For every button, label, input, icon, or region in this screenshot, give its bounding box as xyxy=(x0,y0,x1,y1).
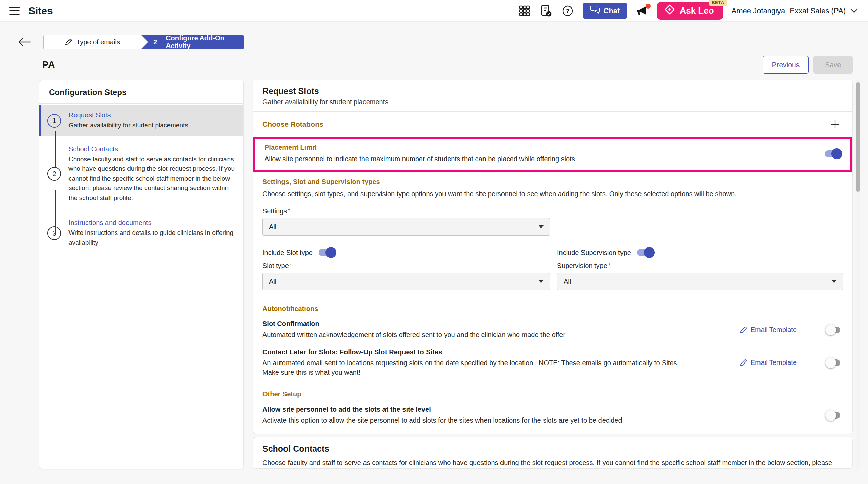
supervision-type-column: Include Supervision type Supervision typ… xyxy=(557,247,843,290)
hamburger-menu-icon[interactable] xyxy=(9,7,20,15)
autonotifications-title: Autonotifications xyxy=(262,305,843,313)
stepper-step-configure-addon[interactable]: 2 Configure Add-On Activity xyxy=(141,35,244,49)
step-connector-line xyxy=(55,131,56,168)
other-setup-item-title: Allow site personnel to add the slots at… xyxy=(262,406,622,413)
settings-field-label: Settings* xyxy=(262,207,843,215)
placement-limit-description: Allow site personnel to indicate the max… xyxy=(264,154,575,164)
main-column: Request Slots Gather availaibility for s… xyxy=(253,80,853,469)
sidebar-step-request-slots[interactable]: 1 Request Slots Gather availaibility for… xyxy=(39,105,243,136)
dropdown-caret-icon xyxy=(539,225,544,228)
account-name: Exxat Sales (PA) xyxy=(790,6,846,15)
request-slots-header: Request Slots Gather availaibility for s… xyxy=(253,86,852,112)
page-title: PA xyxy=(42,59,55,70)
sidebar-step-school-contacts[interactable]: 2 School Contacts Choose faculty and sta… xyxy=(39,136,243,209)
slot-type-dropdown-value: All xyxy=(269,278,276,285)
stepper-step1-label: Type of emails xyxy=(76,38,120,46)
required-asterisk: * xyxy=(288,207,290,213)
email-template-label: Email Template xyxy=(751,326,797,334)
step-description: Choose faculty and staff to serve as con… xyxy=(68,154,235,203)
placement-limit-toggle[interactable] xyxy=(825,148,840,159)
contact-later-row: Contact Later for Slots: Follow-Up Slot … xyxy=(262,348,843,377)
chevron-down-icon xyxy=(850,8,858,13)
here-link[interactable]: here xyxy=(472,468,486,469)
email-template-label: Email Template xyxy=(751,359,797,367)
school-contacts-title: School Contacts xyxy=(262,444,843,454)
announcements-icon[interactable] xyxy=(636,5,648,17)
required-asterisk: * xyxy=(608,262,610,268)
step-title: Request Slots xyxy=(68,111,188,119)
placement-limit-title: Placement Limit xyxy=(264,144,575,151)
beta-badge: BETA xyxy=(709,0,727,6)
app-header: Sites ? xyxy=(0,0,868,22)
site-level-slots-toggle[interactable] xyxy=(827,410,842,421)
ask-leo-button[interactable]: Ask Leo BETA xyxy=(657,2,723,20)
user-menu[interactable]: Amee Jotangiya Exxat Sales (PA) xyxy=(732,6,858,15)
include-supervision-type-label: Include Supervision type xyxy=(557,249,631,257)
supervision-type-dropdown[interactable]: All xyxy=(557,273,843,290)
sidebar-step-instructions-documents[interactable]: 3 Instructions and documents Write instr… xyxy=(39,209,243,256)
email-template-link[interactable]: Email Template xyxy=(739,326,797,334)
help-icon[interactable]: ? xyxy=(561,5,574,17)
sidebar-title: Configuration Steps xyxy=(39,80,243,104)
save-button[interactable]: Save xyxy=(813,56,853,74)
breadcrumb: Type of emails 2 Configure Add-On Activi… xyxy=(0,35,868,49)
step-number-circle: 2 xyxy=(47,167,61,181)
leo-logo-icon xyxy=(664,4,675,18)
include-supervision-type-toggle[interactable] xyxy=(637,247,653,258)
add-rotation-button[interactable] xyxy=(830,119,840,129)
required-asterisk: * xyxy=(290,262,292,268)
email-template-link[interactable]: Email Template xyxy=(739,359,797,367)
dropdown-caret-icon xyxy=(539,280,544,283)
step-title: Instructions and documents xyxy=(68,219,235,227)
header-actions: ? Chat Ask Le xyxy=(519,2,858,20)
configuration-steps-panel: Configuration Steps 1 Request Slots Gath… xyxy=(39,80,244,469)
slot-confirmation-toggle[interactable] xyxy=(827,324,842,335)
step-number-circle: 1 xyxy=(47,114,61,128)
back-arrow-icon[interactable] xyxy=(17,37,31,47)
dropdown-caret-icon xyxy=(832,280,836,283)
autonotifications-section: Autonotifications Slot Confirmation Auto… xyxy=(262,299,843,385)
step-connector-line xyxy=(55,190,56,234)
wizard-stepper: Type of emails 2 Configure Add-On Activi… xyxy=(43,35,244,49)
step-description: Write instructions and details to guide … xyxy=(68,228,235,247)
chat-button[interactable]: Chat xyxy=(583,3,628,19)
previous-button[interactable]: Previous xyxy=(763,56,809,74)
stepper-step-type-of-emails[interactable]: Type of emails xyxy=(43,35,141,49)
notification-dot xyxy=(646,4,651,9)
section-subtitle: Gather availaibility for student placeme… xyxy=(262,98,843,106)
school-contacts-description: Choose faculty and staff to serve as con… xyxy=(262,458,843,469)
notification-title: Contact Later for Slots: Follow-Up Slot … xyxy=(262,348,688,356)
settings-dropdown[interactable]: All xyxy=(262,218,550,236)
other-setup-item-description: Activate this option to allow the site p… xyxy=(262,415,622,425)
ask-leo-label: Ask Leo xyxy=(679,5,714,16)
chat-button-label: Chat xyxy=(604,6,620,15)
other-setup-section: Other Setup Allow site personnel to add … xyxy=(262,385,843,425)
include-slot-type-label: Include Slot type xyxy=(262,249,313,257)
slot-confirmation-row: Slot Confirmation Automated written ackn… xyxy=(262,320,843,339)
slot-type-column: Include Slot type Slot type* All xyxy=(262,247,557,290)
notification-title: Slot Confirmation xyxy=(262,320,565,328)
stepper-step2-label: Configure Add-On Activity xyxy=(166,34,244,50)
slot-type-dropdown[interactable]: All xyxy=(262,273,550,290)
document-check-icon[interactable] xyxy=(539,4,553,18)
notification-description: Automated written acknowledgement of slo… xyxy=(262,330,565,339)
scrollbar-thumb[interactable] xyxy=(856,82,860,192)
settings-slot-supervision-section: Settings, Slot and Supervision types Cho… xyxy=(262,172,843,299)
apps-grid-icon[interactable] xyxy=(519,5,530,17)
user-name: Amee Jotangiya xyxy=(732,6,785,15)
settings-section-title: Settings, Slot and Supervision types xyxy=(262,178,843,186)
supervision-type-dropdown-value: All xyxy=(564,278,571,285)
step-title: School Contacts xyxy=(68,145,235,153)
placement-limit-highlight: Placement Limit Allow site personnel to … xyxy=(253,137,852,172)
include-slot-type-toggle[interactable] xyxy=(319,247,334,258)
section-title: Request Slots xyxy=(262,86,843,96)
contact-later-toggle[interactable] xyxy=(827,357,842,368)
chat-bubbles-icon xyxy=(590,5,600,16)
other-setup-title: Other Setup xyxy=(262,390,843,398)
vertical-scrollbar xyxy=(856,80,860,471)
svg-text:?: ? xyxy=(566,8,569,14)
app-title: Sites xyxy=(28,5,53,17)
stepper-step2-number: 2 xyxy=(153,38,157,46)
settings-section-description: Choose settings, slot types, and supervi… xyxy=(262,189,843,199)
slot-type-field-label: Slot type* xyxy=(262,262,557,270)
